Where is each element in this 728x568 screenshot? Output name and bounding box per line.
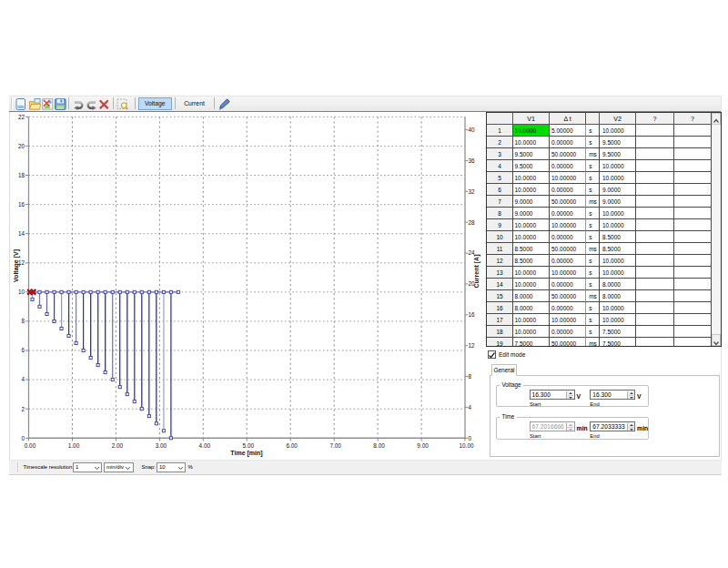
svg-text:40: 40	[469, 127, 476, 133]
svg-text:28: 28	[469, 219, 476, 226]
svg-text:8: 8	[21, 318, 25, 324]
svg-text:8.00: 8.00	[373, 442, 385, 449]
svg-text:6.00: 6.00	[286, 442, 298, 449]
svg-text:0: 0	[469, 435, 472, 441]
svg-text:14: 14	[18, 230, 25, 237]
svg-text:18: 18	[18, 172, 25, 178]
svg-text:2.00: 2.00	[112, 442, 124, 449]
svg-text:0: 0	[21, 435, 25, 441]
svg-text:4.00: 4.00	[199, 442, 211, 449]
svg-text:22: 22	[18, 114, 25, 120]
svg-text:Current [A]: Current [A]	[473, 255, 480, 289]
svg-text:20: 20	[18, 143, 25, 149]
svg-text:8: 8	[469, 373, 472, 380]
svg-text:5.00: 5.00	[243, 442, 255, 449]
svg-text:4: 4	[21, 376, 25, 382]
svg-text:Time [min]: Time [min]	[230, 450, 262, 457]
svg-text:1.00: 1.00	[68, 442, 80, 449]
svg-text:12: 12	[18, 259, 25, 266]
svg-text:12: 12	[469, 342, 476, 349]
svg-text:10: 10	[18, 289, 25, 295]
svg-text:16: 16	[469, 311, 476, 318]
svg-text:9.00: 9.00	[417, 442, 429, 449]
svg-text:36: 36	[469, 157, 476, 164]
svg-text:Voltage [V]: Voltage [V]	[13, 249, 20, 282]
svg-text:3.00: 3.00	[156, 442, 167, 449]
svg-text:2: 2	[21, 406, 25, 412]
svg-text:0.00: 0.00	[25, 442, 36, 449]
svg-text:7.00: 7.00	[329, 442, 341, 449]
svg-text:4: 4	[469, 404, 472, 411]
svg-text:10.00: 10.00	[460, 442, 474, 449]
svg-text:6: 6	[21, 347, 25, 353]
svg-text:32: 32	[469, 188, 476, 195]
svg-text:16: 16	[18, 201, 25, 208]
